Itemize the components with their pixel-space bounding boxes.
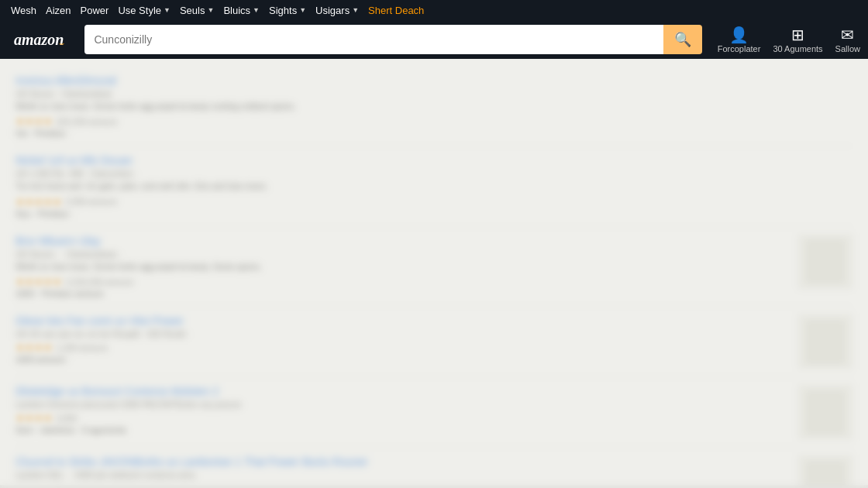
chevron-down-icon: ▼ [299, 6, 306, 14]
search-bar: 🔍 [84, 25, 701, 54]
account-action[interactable]: 👤 Forcoplater [718, 26, 761, 53]
returns-action[interactable]: ⊞ 30 Aguments [773, 26, 822, 53]
chevron-down-icon: ▼ [253, 6, 260, 14]
account-label: Forcoplater [718, 44, 761, 53]
chevron-down-icon: ▼ [207, 6, 214, 14]
nav-use-style[interactable]: Use Style▼ [113, 5, 175, 16]
logo-smile-icon: ⌣ [59, 38, 64, 48]
search-input[interactable] [84, 25, 663, 54]
cart-action[interactable]: ✉ Sallow [835, 26, 860, 53]
nav-bar: Wesh Aizen Power Use Style▼ Seuls▼ Bluic… [0, 0, 868, 20]
nav-usigars[interactable]: Usigars▼ [311, 5, 363, 16]
nav-power[interactable]: Power [76, 5, 114, 16]
logo-text: amazon [14, 31, 64, 49]
nav-seuls[interactable]: Seuls▼ [175, 5, 219, 16]
chevron-down-icon: ▼ [352, 6, 359, 14]
search-button[interactable]: 🔍 [663, 25, 702, 54]
cart-icon: ✉ [841, 26, 854, 44]
nav-shert-deach[interactable]: Shert Deach [363, 5, 429, 16]
search-row: amazon ⌣ 🔍 👤 Forcoplater ⊞ 30 Aguments ✉… [0, 20, 868, 59]
header-actions: 👤 Forcoplater ⊞ 30 Aguments ✉ Sallow [718, 26, 860, 53]
account-icon: 👤 [729, 26, 749, 44]
cart-label: Sallow [835, 44, 860, 53]
blur-overlay [0, 0, 868, 488]
nav-sights[interactable]: Sights▼ [264, 5, 311, 16]
nav-aizen[interactable]: Aizen [41, 5, 76, 16]
nav-bluics[interactable]: Bluics▼ [219, 5, 264, 16]
amazon-logo[interactable]: amazon ⌣ [8, 28, 77, 52]
nav-wesh[interactable]: Wesh [6, 5, 41, 16]
chevron-down-icon: ▼ [164, 6, 170, 14]
returns-label: 30 Aguments [773, 44, 822, 53]
search-icon: 🔍 [674, 31, 691, 48]
returns-icon: ⊞ [791, 26, 804, 44]
